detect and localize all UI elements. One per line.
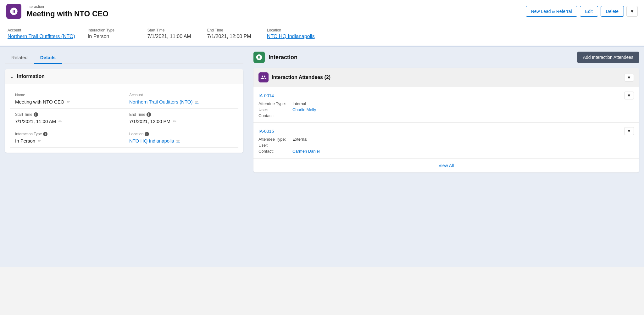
interaction-panel-header: Interaction Add Interaction Attendees <box>253 52 639 63</box>
header-actions: New Lead & Referral Edit Delete ▼ <box>526 6 638 17</box>
name-field-value: Meeting with NTO CEO ✏ <box>15 99 119 104</box>
location-label: Location <box>267 28 315 32</box>
attendees-card: Interaction Attendees (2) ▼ IA-0014 ▼ At… <box>253 68 639 172</box>
account-value[interactable]: Northern Trail Outfitters (NTO) <box>8 34 75 39</box>
end-time-field-block: End Time 7/1/2021, 12:00 PM <box>207 28 254 39</box>
attendee-1-contact-value[interactable]: Carmen Daniel <box>292 149 320 154</box>
app-header: Interaction Meeting with NTO CEO New Lea… <box>0 0 644 23</box>
attendee-1-dropdown-button[interactable]: ▼ <box>624 127 634 135</box>
tabs-bar: Related Details <box>5 52 243 64</box>
attendee-1-contact-label: Contact: <box>258 149 290 154</box>
header-title-block: Interaction Meeting with NTO CEO <box>26 4 521 18</box>
end-time-info-icon: i <box>147 112 151 117</box>
name-field-label: Name <box>15 93 119 97</box>
location-form-label: Location i <box>129 132 233 136</box>
attendees-title: Interaction Attendees (2) <box>272 75 621 80</box>
interaction-type-edit-icon[interactable]: ✏ <box>38 138 41 143</box>
interaction-logo-icon <box>256 54 263 61</box>
end-time-form-field: End Time i 7/1/2021, 12:00 PM ✏ <box>124 109 238 128</box>
location-field-block: Location NTO HQ Indianapolis <box>267 28 315 39</box>
interaction-type-form-value: In Person ✏ <box>15 138 119 143</box>
interaction-type-form-label: Interaction Type i <box>15 132 119 136</box>
record-fields-strip: Account Northern Trail Outfitters (NTO) … <box>0 23 644 47</box>
location-value[interactable]: NTO HQ Indianapolis <box>267 34 315 39</box>
start-time-field-block: Start Time 7/1/2021, 11:00 AM <box>147 28 195 39</box>
attendees-dropdown-button[interactable]: ▼ <box>624 74 634 82</box>
tab-related[interactable]: Related <box>5 52 34 64</box>
attendee-0-contact-row: Contact: <box>258 113 634 118</box>
attendee-1-user-row: User: <box>258 143 634 148</box>
attendee-0-type-label: Attendee Type: <box>258 101 290 106</box>
attendee-id-1: IA-0015 ▼ <box>258 127 634 135</box>
attendee-1-type-value: External <box>292 137 308 142</box>
start-time-value: 7/1/2021, 11:00 AM <box>147 34 195 39</box>
interaction-type-form-field: Interaction Type i In Person ✏ <box>10 128 124 148</box>
app-logo <box>6 4 21 19</box>
attendee-item-1: IA-0015 ▼ Attendee Type: External User: … <box>253 123 639 158</box>
end-time-form-value: 7/1/2021, 12:00 PM ✏ <box>129 119 233 124</box>
page-title: Meeting with NTO CEO <box>26 9 521 18</box>
account-field-block: Account Northern Trail Outfitters (NTO) <box>8 28 75 39</box>
attendee-0-user-value[interactable]: Charlie Melly <box>292 107 316 112</box>
location-edit-icon[interactable]: ✏ <box>176 138 180 143</box>
attendee-1-fields: Attendee Type: External User: Contact: C… <box>258 137 634 154</box>
tab-details[interactable]: Details <box>34 52 62 64</box>
attendee-1-type-row: Attendee Type: External <box>258 137 634 142</box>
start-time-edit-icon[interactable]: ✏ <box>58 119 62 124</box>
interaction-logo <box>253 52 265 63</box>
attendee-1-user-label: User: <box>258 143 290 148</box>
end-time-form-label: End Time i <box>129 112 233 117</box>
interaction-type-label: Interaction Type <box>88 28 135 32</box>
location-info-icon: i <box>145 132 149 136</box>
start-time-info-icon: i <box>34 112 38 117</box>
account-label: Account <box>8 28 75 32</box>
new-lead-referral-button[interactable]: New Lead & Referral <box>526 6 577 17</box>
attendee-id-0: IA-0014 ▼ <box>258 92 634 99</box>
information-section-title: Information <box>17 74 45 79</box>
end-time-label: End Time <box>207 28 254 32</box>
right-panel: Interaction Add Interaction Attendees In… <box>248 47 644 267</box>
end-time-value: 7/1/2021, 12:00 PM <box>207 34 254 39</box>
interaction-panel-title: Interaction <box>269 54 574 61</box>
account-form-label: Account <box>129 93 233 97</box>
start-time-form-label: Start Time i <box>15 112 119 117</box>
edit-button[interactable]: Edit <box>580 6 598 17</box>
interaction-type-field-block: Interaction Type In Person <box>88 28 135 39</box>
start-time-label: Start Time <box>147 28 195 32</box>
view-all-link[interactable]: View All <box>253 158 639 172</box>
attendee-0-type-value: Internal <box>292 101 306 106</box>
attendee-item-0: IA-0014 ▼ Attendee Type: Internal User: … <box>253 87 639 123</box>
header-subtitle: Interaction <box>26 4 521 9</box>
add-interaction-attendees-button[interactable]: Add Interaction Attendees <box>577 52 639 63</box>
left-panel: Related Details ⌄ Information Name Meeti… <box>0 47 248 267</box>
attendees-header: Interaction Attendees (2) ▼ <box>253 68 639 87</box>
account-form-field: Account Northern Trail Outfitters (NTO) … <box>124 89 238 109</box>
attendee-0-user-label: User: <box>258 107 290 112</box>
account-form-value: Northern Trail Outfitters (NTO) ✏ <box>129 99 233 104</box>
information-section-header[interactable]: ⌄ Information <box>5 69 243 84</box>
interaction-type-info-icon: i <box>43 132 47 136</box>
form-grid: Name Meeting with NTO CEO ✏ Account Nort… <box>5 84 243 153</box>
location-form-field: Location i NTO HQ Indianapolis ✏ <box>124 128 238 148</box>
main-content: Related Details ⌄ Information Name Meeti… <box>0 47 644 267</box>
location-form-value: NTO HQ Indianapolis ✏ <box>129 138 233 143</box>
interaction-type-value: In Person <box>88 34 135 39</box>
start-time-form-field: Start Time i 7/1/2021, 11:00 AM ✏ <box>10 109 124 128</box>
more-actions-dropdown[interactable]: ▼ <box>626 6 638 17</box>
attendee-0-type-row: Attendee Type: Internal <box>258 101 634 106</box>
attendee-0-fields: Attendee Type: Internal User: Charlie Me… <box>258 101 634 118</box>
name-field: Name Meeting with NTO CEO ✏ <box>10 89 124 109</box>
attendees-icon <box>258 72 269 82</box>
handshake-icon <box>9 7 18 16</box>
attendee-0-dropdown-button[interactable]: ▼ <box>624 92 634 99</box>
attendee-0-contact-label: Contact: <box>258 113 290 118</box>
attendees-group-icon <box>260 74 267 81</box>
chevron-icon: ⌄ <box>10 74 14 79</box>
attendee-1-type-label: Attendee Type: <box>258 137 290 142</box>
end-time-edit-icon[interactable]: ✏ <box>173 119 176 124</box>
account-edit-icon[interactable]: ✏ <box>195 99 198 104</box>
delete-button[interactable]: Delete <box>601 6 624 17</box>
attendee-1-contact-row: Contact: Carmen Daniel <box>258 149 634 154</box>
start-time-form-value: 7/1/2021, 11:00 AM ✏ <box>15 119 119 124</box>
name-edit-icon[interactable]: ✏ <box>67 99 70 104</box>
